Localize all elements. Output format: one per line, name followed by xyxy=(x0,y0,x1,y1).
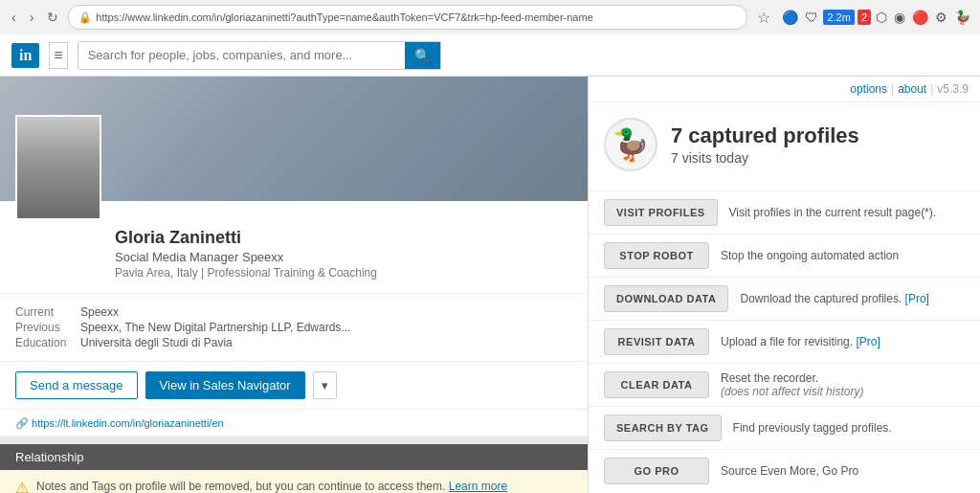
visit-profiles-desc: Visit profiles in the current result pag… xyxy=(729,206,965,219)
dux-actions: VISIT PROFILES Visit profiles in the cur… xyxy=(589,183,980,493)
dux-stats: 7 captured profiles 7 visits today xyxy=(671,123,859,166)
relationship-notice: ⚠ Notes and Tags on profile will be remo… xyxy=(0,470,588,493)
more-options-button[interactable]: ▾ xyxy=(313,371,337,399)
url-bar[interactable]: 🔒 https://www.linkedin.com/in/gloriazani… xyxy=(68,5,747,30)
bookmark-icon[interactable]: ☆ xyxy=(753,7,774,29)
profile-actions: Send a message View in Sales Navigator ▾ xyxy=(0,362,588,410)
linkedin-logo[interactable]: in xyxy=(11,43,39,68)
current-row: Current Speexx xyxy=(15,305,572,319)
browser-bar: ‹ › ↻ 🔒 https://www.linkedin.com/in/glor… xyxy=(0,0,980,34)
revisit-data-button[interactable]: REVISIT DATA xyxy=(604,328,709,355)
ext-icon-8[interactable]: ⚙ xyxy=(933,8,949,27)
ext-icon-3[interactable]: 2.2m xyxy=(823,10,854,25)
notice-text: Notes and Tags on profile will be remove… xyxy=(36,480,507,493)
warning-icon: ⚠ xyxy=(15,479,29,493)
send-message-button[interactable]: Send a message xyxy=(15,371,138,399)
profile-name: Gloria Zaninetti xyxy=(115,228,572,248)
search-by-tag-button[interactable]: SEARCH BY TAG xyxy=(604,415,722,441)
dux-ext-icon[interactable]: 🦆 xyxy=(952,8,972,27)
url-text: https://www.linkedin.com/in/gloriazanine… xyxy=(96,11,737,23)
extension-icons: 🔵 🛡 2.2m 2 ⬡ ◉ 🔴 ⚙ 🦆 xyxy=(780,8,972,27)
download-pro-link[interactable]: [Pro] xyxy=(905,292,929,305)
profile-location: Pavia Area, Italy | Professional Trainin… xyxy=(115,266,572,280)
profile-card: Gloria Zaninetti Social Media Manager Sp… xyxy=(0,77,588,437)
view-sales-navigator-button[interactable]: View in Sales Navigator xyxy=(145,371,305,399)
clear-data-desc: Reset the recorder.(does not affect visi… xyxy=(721,371,965,398)
bar-separator-2: | xyxy=(930,82,933,96)
search-by-tag-row: SEARCH BY TAG Find previously tagged pro… xyxy=(589,406,980,449)
search-input[interactable] xyxy=(78,42,405,68)
current-value: Speexx xyxy=(80,305,119,319)
visits-today: 7 visits today xyxy=(671,150,859,166)
relationship-header: Relationship xyxy=(0,444,588,470)
profile-photo xyxy=(15,115,101,220)
education-label: Education xyxy=(15,336,73,349)
browser-chrome: ‹ › ↻ 🔒 https://www.linkedin.com/in/glor… xyxy=(0,0,980,34)
options-link[interactable]: options xyxy=(850,82,887,96)
version-text: v5.3.9 xyxy=(937,82,969,96)
current-label: Current xyxy=(15,305,73,319)
photo-silhouette xyxy=(17,117,100,218)
go-pro-row: GO PRO Source Even More, Go Pro xyxy=(589,449,980,492)
hamburger-menu[interactable]: ≡ xyxy=(49,42,67,69)
go-pro-button[interactable]: GO PRO xyxy=(604,458,709,484)
stop-robot-button[interactable]: STOP ROBOT xyxy=(604,242,709,269)
dux-logo: 🦆 xyxy=(604,118,657,171)
visit-profiles-button[interactable]: VISIT PROFILES xyxy=(604,199,718,226)
search-by-tag-desc: Find previously tagged profiles. xyxy=(733,421,965,435)
ext-icon-1[interactable]: 🔵 xyxy=(780,8,800,27)
captured-count: 7 captured profiles xyxy=(671,123,859,148)
education-value: Università degli Studi di Pavia xyxy=(80,336,233,349)
previous-label: Previous xyxy=(15,321,73,334)
relationship-section: Relationship ⚠ Notes and Tags on profile… xyxy=(0,444,588,493)
stop-robot-row: STOP ROBOT Stop the ongoing automated ac… xyxy=(589,234,980,277)
education-row: Education Università degli Studi di Pavi… xyxy=(15,336,572,349)
ext-icon-6[interactable]: ◉ xyxy=(892,8,907,27)
dux-logo-icon: 🦆 xyxy=(612,126,650,163)
lock-icon: 🔒 xyxy=(78,11,92,24)
forward-button[interactable]: › xyxy=(26,8,38,27)
refresh-button[interactable]: ↻ xyxy=(43,8,62,27)
revisit-data-row: REVISIT DATA Upload a file for revisitin… xyxy=(589,320,980,363)
download-data-button[interactable]: DOWNLOAD DATA xyxy=(604,285,728,312)
search-bar: 🔍 xyxy=(78,41,441,70)
bar-separator-1: | xyxy=(891,82,894,96)
download-data-desc: Download the captured profiles. [Pro] xyxy=(740,292,965,305)
previous-row: Previous Speexx, The New Digital Partner… xyxy=(15,321,572,334)
stop-robot-desc: Stop the ongoing automated action xyxy=(721,249,965,262)
profile-url-link[interactable]: https://lt.linkedin.com/in/gloriazaninet… xyxy=(32,417,224,429)
profile-header-bg xyxy=(0,77,588,201)
ext-icon-4[interactable]: 2 xyxy=(858,10,871,25)
search-button[interactable]: 🔍 xyxy=(405,42,440,69)
revisit-pro-link[interactable]: [Pro] xyxy=(856,335,880,348)
ext-icon-7[interactable]: 🔴 xyxy=(910,8,930,27)
go-pro-desc: Source Even More, Go Pro xyxy=(721,464,965,478)
ext-icon-2[interactable]: 🛡 xyxy=(803,8,820,27)
dux-panel: options | about | v5.3.9 🦆 7 captured pr… xyxy=(588,77,980,493)
about-link[interactable]: about xyxy=(898,82,926,96)
linkedin-header: in ≡ 🔍 xyxy=(0,34,980,77)
dux-top-bar: options | about | v5.3.9 xyxy=(589,77,980,102)
revisit-data-desc: Upload a file for revisiting. [Pro] xyxy=(721,335,965,348)
profile-title: Social Media Manager Speexx xyxy=(115,250,572,264)
previous-value: Speexx, The New Digital Partnership LLP,… xyxy=(80,321,350,334)
back-button[interactable]: ‹ xyxy=(8,8,20,27)
download-data-row: DOWNLOAD DATA Download the captured prof… xyxy=(589,277,980,320)
learn-more-link[interactable]: Learn more xyxy=(449,480,507,493)
ext-icon-5[interactable]: ⬡ xyxy=(874,8,889,27)
visit-profiles-row: VISIT PROFILES Visit profiles in the cur… xyxy=(589,190,980,234)
dux-header: 🦆 7 captured profiles 7 visits today xyxy=(589,102,980,183)
profile-area: Gloria Zaninetti Social Media Manager Sp… xyxy=(0,77,588,493)
clear-data-button[interactable]: CLEAR DATA xyxy=(604,371,709,398)
main-content: Gloria Zaninetti Social Media Manager Sp… xyxy=(0,77,980,493)
profile-details: Current Speexx Previous Speexx, The New … xyxy=(0,294,588,362)
clear-data-row: CLEAR DATA Reset the recorder.(does not … xyxy=(589,363,980,406)
profile-url-bar: 🔗 https://lt.linkedin.com/in/gloriazanin… xyxy=(0,410,588,437)
